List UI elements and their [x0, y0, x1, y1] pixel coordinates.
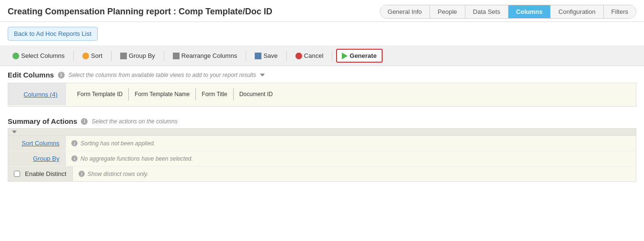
- columns-label-cell: Columns (4): [8, 83, 66, 105]
- enable-distinct-value-cell: i Show distinct rows only.: [73, 167, 154, 181]
- toolbar-sep-6: [332, 51, 332, 61]
- col-tag-3: Document ID: [234, 88, 279, 100]
- col-tag-0: Form Template ID: [71, 88, 129, 100]
- page-header: Creating Compensation Planning report : …: [0, 0, 644, 22]
- content: Edit Columns i Select the columns from a…: [0, 66, 644, 186]
- sort-columns-value: Sorting has not been applied.: [80, 140, 155, 147]
- save-button[interactable]: Save: [250, 50, 282, 62]
- group-by-info-icon: i: [71, 155, 78, 162]
- generate-play-icon: [342, 53, 348, 59]
- toolbar-sep-2: [111, 51, 112, 61]
- enable-distinct-label-cell: Enable Distinct: [8, 166, 73, 181]
- back-button-row: Back to Ad Hoc Reports List: [0, 22, 644, 46]
- toolbar-sep-3: [164, 51, 164, 61]
- summary-header: Summary of Actions i Select the actions …: [8, 117, 636, 125]
- summary-table: Sort Columns i Sorting has not been appl…: [8, 128, 636, 182]
- tab-configuration[interactable]: Configuration: [551, 5, 603, 18]
- columns-row: Columns (4) Form Template ID Form Templa…: [8, 83, 636, 105]
- select-columns-icon: [12, 53, 19, 59]
- toolbar-sep-5: [286, 51, 287, 61]
- group-by-button[interactable]: Group By: [115, 50, 160, 62]
- sort-info-icon: i: [71, 140, 78, 146]
- columns-table: Columns (4) Form Template ID Form Templa…: [8, 83, 636, 107]
- sort-label: Sort: [91, 52, 102, 59]
- group-by-value: No aggregate functions have been selecte…: [80, 155, 193, 162]
- cancel-label: Cancel: [304, 52, 323, 59]
- sort-columns-row: Sort Columns i Sorting has not been appl…: [8, 136, 636, 151]
- group-by-label-cell: Group By: [8, 151, 66, 166]
- summary-title: Summary of Actions: [8, 117, 77, 125]
- tab-columns[interactable]: Columns: [508, 5, 551, 18]
- edit-columns-title: Edit Columns: [8, 71, 54, 79]
- edit-columns-section: Edit Columns i Select the columns from a…: [0, 66, 644, 107]
- toolbar: Select Columns Sort Group By Rearrange C…: [0, 46, 644, 66]
- sort-icon: [82, 53, 89, 59]
- toolbar-sep-1: [73, 51, 74, 61]
- enable-distinct-label: Enable Distinct: [25, 170, 67, 177]
- enable-distinct-checkbox[interactable]: [14, 171, 20, 177]
- edit-columns-hint: Select the columns from available table …: [68, 72, 256, 78]
- save-label: Save: [263, 52, 278, 59]
- group-by-row: Group By i No aggregate functions have b…: [8, 151, 636, 166]
- tab-people[interactable]: People: [430, 5, 465, 18]
- toolbar-sep-4: [246, 51, 246, 61]
- tab-general-info[interactable]: General Info: [380, 5, 430, 18]
- edit-columns-chevron-icon: [260, 74, 265, 77]
- select-columns-label: Select Columns: [21, 52, 65, 59]
- page-title: Creating Compensation Planning report : …: [8, 7, 272, 17]
- back-button[interactable]: Back to Ad Hoc Reports List: [8, 27, 98, 41]
- sort-button[interactable]: Sort: [78, 50, 107, 62]
- summary-section: Summary of Actions i Select the actions …: [0, 112, 644, 186]
- tab-filters[interactable]: Filters: [604, 5, 636, 18]
- rearrange-columns-label: Rearrange Columns: [181, 52, 237, 59]
- summary-collapse-button[interactable]: [8, 129, 636, 136]
- generate-label: Generate: [350, 52, 376, 59]
- summary-collapse-icon: [12, 131, 17, 133]
- col-tag-1: Form Template Name: [129, 88, 196, 100]
- rearrange-icon: [173, 53, 180, 59]
- tab-data-sets[interactable]: Data Sets: [465, 5, 508, 18]
- edit-columns-header: Edit Columns i Select the columns from a…: [8, 71, 636, 79]
- sort-columns-link[interactable]: Sort Columns: [22, 140, 59, 147]
- cancel-button[interactable]: Cancel: [291, 50, 328, 62]
- distinct-info-icon: i: [79, 171, 85, 177]
- summary-info-icon: i: [81, 118, 88, 125]
- enable-distinct-value: Show distinct rows only.: [88, 171, 148, 177]
- tab-nav-wrap: General Info People Data Sets Columns Co…: [380, 5, 636, 19]
- rearrange-columns-button[interactable]: Rearrange Columns: [168, 50, 242, 62]
- select-columns-button[interactable]: Select Columns: [8, 50, 69, 62]
- save-icon: [255, 53, 261, 59]
- edit-columns-info-icon: i: [58, 72, 65, 78]
- sort-columns-label-cell: Sort Columns: [8, 136, 66, 151]
- cancel-icon: [295, 53, 302, 59]
- enable-distinct-row: Enable Distinct i Show distinct rows onl…: [8, 166, 636, 181]
- group-by-link[interactable]: Group By: [33, 155, 59, 162]
- summary-hint: Select the actions on the columns: [91, 118, 177, 125]
- columns-link[interactable]: Columns (4): [23, 91, 57, 98]
- generate-button[interactable]: Generate: [336, 49, 382, 63]
- col-tag-2: Form Title: [196, 88, 233, 100]
- sort-columns-value-cell: i Sorting has not been applied.: [66, 136, 161, 151]
- columns-data-cell: Form Template ID Form Template Name Form…: [66, 83, 284, 105]
- group-by-value-cell: i No aggregate functions have been selec…: [66, 152, 199, 166]
- group-by-icon: [120, 53, 127, 59]
- tab-navigation: General Info People Data Sets Columns Co…: [380, 5, 636, 19]
- group-by-label: Group By: [129, 52, 155, 59]
